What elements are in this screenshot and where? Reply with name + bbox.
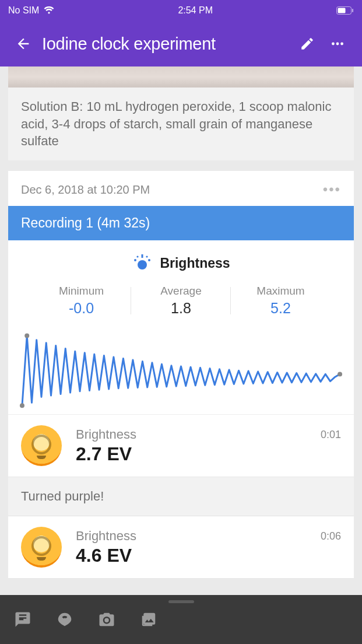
observation-time: 0:06 <box>321 530 341 542</box>
stat-minimum[interactable]: Minimum -0.0 <box>31 285 131 317</box>
svg-point-8 <box>134 259 136 261</box>
note-card[interactable]: Solution B: 10 mL hydrogen peroxide, 1 s… <box>8 88 354 160</box>
more-button[interactable] <box>322 29 353 59</box>
recording-card: Dec 6, 2018 at 10:20 PM ••• Recording 1 … <box>8 171 354 579</box>
note-text: Solution B: 10 mL hydrogen peroxide, 1 s… <box>21 99 331 148</box>
content-scroll[interactable]: Solution B: 10 mL hydrogen peroxide, 1 s… <box>0 66 362 595</box>
camera-icon[interactable] <box>98 611 115 628</box>
drag-handle-icon[interactable] <box>168 600 194 603</box>
svg-rect-7 <box>142 254 143 258</box>
bottom-toolbar <box>0 595 362 644</box>
observation-label: Brightness <box>76 528 307 544</box>
svg-point-6 <box>138 260 147 270</box>
brightness-chart[interactable] <box>8 325 354 415</box>
observation-value: 4.6 EV <box>76 545 307 566</box>
wifi-icon <box>44 6 54 15</box>
status-bar: No SIM 2:54 PM <box>0 0 362 21</box>
observation-time: 0:01 <box>321 429 341 441</box>
stat-average[interactable]: Average 1.8 <box>131 285 231 317</box>
svg-point-3 <box>332 43 335 46</box>
svg-point-12 <box>20 403 24 408</box>
battery-icon <box>336 6 354 15</box>
svg-rect-2 <box>352 9 353 12</box>
observation-label: Brightness <box>76 427 307 442</box>
clock-label: 2:54 PM <box>178 5 213 16</box>
annotation-text: Turned purple! <box>21 489 104 503</box>
svg-point-5 <box>340 43 343 46</box>
carrier-label: No SIM <box>8 5 39 16</box>
lightbulb-icon <box>21 425 62 466</box>
svg-rect-1 <box>338 8 346 13</box>
svg-point-14 <box>338 372 342 376</box>
app-bar: Iodine clock experiment <box>0 21 362 66</box>
brightness-icon <box>132 254 153 272</box>
page-title: Iodine clock experiment <box>42 34 292 54</box>
recording-banner[interactable]: Recording 1 (4m 32s) <box>8 206 354 240</box>
observation-value: 2.7 EV <box>76 443 307 465</box>
sensor-title: Brightness <box>160 256 230 271</box>
sensor-icon[interactable] <box>56 611 73 628</box>
svg-point-4 <box>336 43 339 46</box>
recording-date: Dec 6, 2018 at 10:20 PM <box>21 183 150 197</box>
svg-point-10 <box>137 256 139 257</box>
recording-more-icon[interactable]: ••• <box>323 181 341 198</box>
stats-row: Minimum -0.0 Average 1.8 Maximum 5.2 <box>8 281 354 325</box>
svg-point-9 <box>148 259 150 261</box>
gallery-icon[interactable] <box>140 611 157 628</box>
note-icon[interactable] <box>14 611 31 628</box>
observation-row[interactable]: Brightness 4.6 EV 0:06 <box>8 516 354 579</box>
annotation-row[interactable]: Turned purple! <box>8 477 354 516</box>
svg-point-11 <box>146 256 148 257</box>
observation-row[interactable]: Brightness 2.7 EV 0:01 <box>8 415 354 477</box>
svg-point-13 <box>24 333 29 338</box>
back-button[interactable] <box>9 30 37 58</box>
edit-button[interactable] <box>292 29 322 59</box>
lightbulb-icon <box>21 527 62 568</box>
photo-thumbnail[interactable] <box>8 66 354 88</box>
stat-maximum[interactable]: Maximum 5.2 <box>231 285 331 317</box>
